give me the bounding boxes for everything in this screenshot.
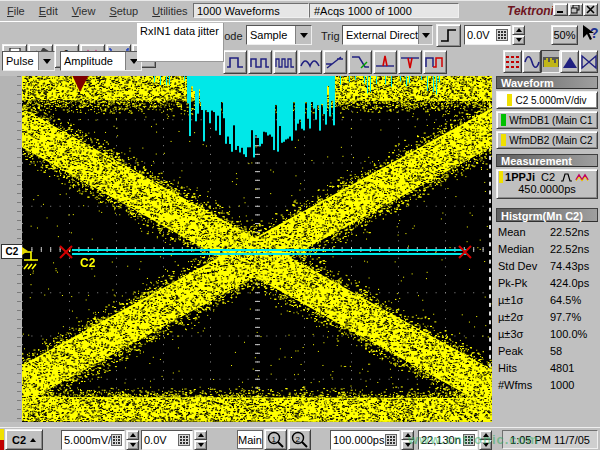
vertical-scale-value: 5.000mV/ bbox=[64, 434, 111, 446]
horizontal-scale-field[interactable]: 100.000ps bbox=[330, 430, 400, 450]
chevron-down-icon bbox=[38, 52, 54, 70]
keypad-icon[interactable] bbox=[385, 434, 397, 446]
keypad-icon[interactable] bbox=[111, 434, 122, 446]
keypad-icon[interactable] bbox=[178, 434, 190, 446]
timebase-button[interactable]: Main bbox=[237, 430, 263, 449]
vertical-offset-field[interactable]: 0.0V bbox=[141, 430, 193, 450]
stat-row: Hits4801 bbox=[496, 359, 599, 376]
measurement-name: PPJi bbox=[511, 171, 535, 183]
sidebar: Waveform C2 5.000mV/div WfmDB1 (Main C1 … bbox=[494, 76, 600, 427]
measure-color-swatch bbox=[499, 171, 503, 183]
stat-value: 4801 bbox=[550, 362, 574, 374]
category-select-2[interactable]: Amplitude bbox=[60, 51, 142, 71]
measure-cycle-button[interactable] bbox=[298, 50, 322, 74]
stat-row: µ±1σ64.5% bbox=[496, 291, 599, 308]
step-down-icon[interactable] bbox=[512, 35, 525, 45]
measurement-value: 450.0000ps bbox=[499, 183, 595, 195]
stat-row: Mean22.52ns bbox=[496, 223, 599, 240]
triangle-display-button[interactable] bbox=[560, 50, 579, 73]
svg-text:1: 1 bbox=[272, 435, 277, 444]
step-down-icon[interactable] bbox=[401, 440, 414, 450]
trace-color-swatch bbox=[501, 114, 506, 126]
measure-jitter-button[interactable] bbox=[423, 50, 447, 74]
close-button[interactable] bbox=[583, 3, 598, 16]
measurement-item[interactable]: 1PPJi C2 450.0000ps bbox=[496, 169, 598, 199]
measure-pulse-width-button[interactable] bbox=[223, 50, 247, 74]
step-down-icon[interactable] bbox=[126, 440, 139, 450]
waveform-item-wfmdb2[interactable]: WfmDB2 (Main C2 bbox=[496, 131, 598, 149]
stat-value: 100.0% bbox=[550, 328, 587, 340]
step-up-icon[interactable] bbox=[194, 430, 207, 440]
restore-button[interactable] bbox=[568, 3, 583, 16]
pulse-width-icon bbox=[225, 54, 245, 70]
menu-setup[interactable]: Setup bbox=[103, 3, 144, 19]
waveform-item-c2[interactable]: C2 5.000mV/div bbox=[496, 91, 598, 109]
trigger-level-value: 0.0V bbox=[467, 29, 490, 41]
minimize-button[interactable] bbox=[553, 3, 568, 16]
channel-select-button[interactable]: C2 bbox=[5, 429, 43, 450]
trigger-slope-button[interactable] bbox=[436, 24, 461, 47]
horizontal-position-stepper[interactable] bbox=[479, 430, 492, 450]
step-up-icon[interactable] bbox=[126, 430, 139, 440]
measure-spike-up-button[interactable] bbox=[373, 50, 397, 74]
spike-up-icon bbox=[375, 54, 395, 70]
menu-utilities[interactable]: Utilities bbox=[146, 3, 193, 19]
magnifier-1-icon: 1 bbox=[267, 431, 284, 448]
waveform-item-wfmdb1[interactable]: WfmDB1 (Main C1 bbox=[496, 111, 598, 129]
keypad-icon[interactable] bbox=[463, 434, 475, 446]
tooltip: RxIN1 data jitter bbox=[137, 23, 224, 62]
step-up-icon[interactable] bbox=[401, 430, 414, 440]
period-icon bbox=[250, 54, 270, 70]
step-down-icon[interactable] bbox=[194, 440, 207, 450]
measure-spike-down-button[interactable] bbox=[398, 50, 422, 74]
fall-slope-icon bbox=[350, 54, 370, 70]
stat-label: Std Dev bbox=[498, 260, 550, 272]
jitter-icon bbox=[425, 54, 445, 70]
close-icon bbox=[586, 5, 595, 14]
zoom2-button[interactable]: 2 bbox=[288, 429, 311, 450]
horizontal-position-field[interactable]: 22,130n bbox=[418, 430, 478, 450]
measure-burst-button[interactable] bbox=[273, 50, 297, 74]
measurement-source: C2 bbox=[541, 171, 555, 183]
category-select-1[interactable]: Pulse bbox=[2, 51, 55, 71]
svg-text:2: 2 bbox=[296, 435, 301, 444]
stat-value: 22.52ns bbox=[550, 226, 589, 238]
step-up-icon[interactable] bbox=[512, 25, 525, 35]
trace-color-swatch bbox=[507, 94, 512, 106]
waveform-display-button[interactable] bbox=[522, 50, 541, 73]
sine-icon bbox=[524, 54, 540, 70]
menu-edit[interactable]: Edit bbox=[33, 3, 64, 19]
zoom1-button[interactable]: 1 bbox=[264, 429, 287, 450]
triangle-icon bbox=[562, 54, 578, 70]
measure-period-button[interactable] bbox=[248, 50, 272, 74]
step-down-icon[interactable] bbox=[479, 440, 492, 450]
mode-select[interactable]: Sample bbox=[246, 25, 312, 45]
trigger-level-stepper[interactable] bbox=[512, 25, 525, 45]
help-pointer-button[interactable]: ? bbox=[581, 24, 599, 44]
category1-value: Pulse bbox=[6, 55, 34, 67]
measure-fall-slope-button[interactable] bbox=[348, 50, 372, 74]
chevron-up-icon bbox=[30, 438, 36, 442]
channel-marker-c2[interactable]: C2 bbox=[1, 244, 23, 259]
menu-file[interactable]: File bbox=[1, 3, 31, 19]
stat-label: Mean bbox=[498, 226, 550, 238]
zoom-percent-button[interactable]: 50% bbox=[551, 25, 578, 45]
keypad-icon[interactable] bbox=[496, 29, 508, 41]
channel-color-strip-yellow bbox=[0, 429, 4, 440]
measure-rise-slope-button[interactable] bbox=[323, 50, 347, 74]
trigger-select[interactable]: External Direct bbox=[342, 25, 433, 45]
cursors-display-button[interactable] bbox=[503, 50, 522, 73]
vertical-offset-stepper[interactable] bbox=[194, 430, 207, 450]
menu-view[interactable]: View bbox=[66, 3, 102, 19]
step-up-icon[interactable] bbox=[479, 430, 492, 440]
histogram-display-button[interactable] bbox=[541, 50, 560, 73]
histogram-panel-header: Histgrm(Mn C2) bbox=[496, 208, 598, 222]
tooltip-text: RxIN1 data jitter bbox=[140, 25, 219, 37]
eye-display-button[interactable] bbox=[579, 50, 598, 73]
trigger-level-field[interactable]: 0.0V bbox=[464, 25, 511, 45]
vertical-scale-field[interactable]: 5.000mV/ bbox=[61, 430, 125, 450]
stat-label: Median bbox=[498, 243, 550, 255]
scope-display[interactable] bbox=[22, 76, 492, 422]
vertical-scale-stepper[interactable] bbox=[126, 430, 139, 450]
horizontal-scale-stepper[interactable] bbox=[401, 430, 414, 450]
